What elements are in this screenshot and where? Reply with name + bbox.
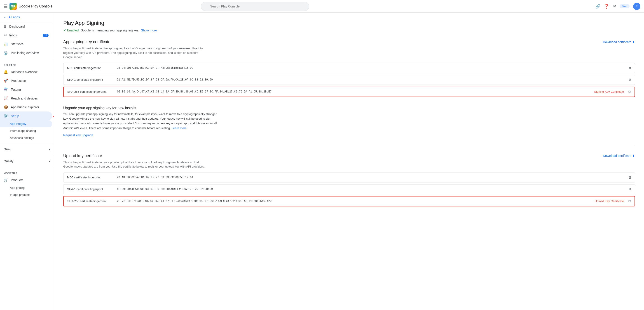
enabled-badge: ✓ Enabled: [63, 28, 78, 32]
signing-sha256-row: SHA-256 certificate fingerprint 02:B0:16…: [63, 87, 635, 97]
sidebar-item-testing[interactable]: ⚗️ Testing: [0, 85, 54, 94]
signing-md5-copy-icon[interactable]: ⧉: [629, 66, 631, 70]
upload-sha256-value: 2F:7B:93:27:93:E7:82:48:AD:64:57:EE:D4:0…: [117, 200, 595, 203]
download-upload-cert-button[interactable]: Download certificate ⬇: [603, 154, 635, 158]
check-icon: ✓: [63, 28, 66, 32]
sidebar-label-dashboard: Dashboard: [9, 25, 25, 28]
monetize-section-label: Monetize: [0, 169, 54, 175]
sidebar-label-testing: Testing: [11, 88, 21, 91]
production-icon: 🚀: [4, 79, 8, 83]
sidebar-item-production[interactable]: 🚀 Production: [0, 76, 52, 85]
reach-icon: 📈: [4, 96, 8, 100]
sidebar-item-statistics[interactable]: 📊 Statistics: [0, 40, 52, 48]
sidebar-item-dashboard[interactable]: ⊞ Dashboard: [0, 22, 52, 31]
upload-md5-value: 2B:AD:88:02:A7:81:D9:E0:F7:C3:33:6C:60:5…: [117, 176, 627, 179]
signing-md5-row: MD5 certificate fingerprint 9B:E4:DD:73:…: [63, 63, 635, 73]
sidebar-label-releases: Releases overview: [11, 70, 38, 74]
publishing-icon: 📡: [4, 51, 8, 55]
upload-sha256-label: SHA-256 certificate fingerprint: [67, 199, 117, 203]
notification-icon[interactable]: ✉: [612, 4, 616, 9]
learn-more-link[interactable]: Learn more: [172, 126, 186, 130]
sidebar-label-bundle: App bundle explorer: [11, 105, 39, 109]
upload-key-cert-tag: Upload Key Certificate: [595, 199, 624, 203]
request-key-upgrade-button[interactable]: Request key upgrade: [63, 133, 93, 137]
sidebar-item-products[interactable]: 🛒 Products: [0, 175, 52, 184]
sidebar-item-publishing[interactable]: 📡 Publishing overview: [0, 48, 52, 57]
sidebar-label-statistics: Statistics: [11, 42, 24, 46]
release-section-label: Release: [0, 61, 54, 67]
upload-md5-row: MD5 certificate fingerprint 2B:AD:88:02:…: [63, 173, 635, 182]
signing-cert-title: App signing key certificate: [63, 40, 110, 44]
search-input[interactable]: [201, 2, 309, 11]
grow-label: Grow: [4, 147, 11, 151]
signing-sha256-label: SHA-256 certificate fingerprint: [67, 90, 117, 93]
upload-sha1-row: SHA-1 certificate fingerprint 4E:29:9D:4…: [63, 184, 635, 194]
download-signing-cert-button[interactable]: Download certificate ⬇: [603, 40, 635, 44]
upload-sha256-copy-icon[interactable]: ⧉: [628, 199, 631, 203]
upload-md5-copy-icon[interactable]: ⧉: [629, 175, 631, 180]
test-badge[interactable]: Test: [620, 4, 630, 8]
upload-md5-label: MD5 certificate fingerprint: [67, 176, 117, 179]
upgrade-description: You can upgrade your app signing key for…: [63, 112, 217, 131]
show-more-link[interactable]: Show more: [141, 29, 157, 32]
help-icon[interactable]: ❓: [604, 4, 609, 9]
signing-section-header: App signing key certificate Download cer…: [63, 40, 635, 44]
signing-sha1-copy-icon[interactable]: ⧉: [629, 78, 631, 82]
sidebar-item-grow[interactable]: Grow ▾: [0, 145, 54, 153]
download-icon: ⬇: [632, 40, 635, 44]
signing-sha1-label: SHA-1 certificate fingerprint: [67, 78, 117, 81]
link-icon[interactable]: 🔗: [596, 4, 600, 9]
upload-sha256-row: SHA-256 certificate fingerprint 2F:7B:93…: [63, 196, 635, 206]
sidebar-item-bundle[interactable]: 📦 App bundle explorer: [0, 103, 52, 112]
sidebar-label-products: Products: [11, 178, 23, 182]
bundle-icon: 📦: [4, 105, 8, 109]
sidebar-label-publishing: Publishing overview: [11, 51, 39, 55]
signing-sha1-row: SHA-1 certificate fingerprint 51:A2:4E:7…: [63, 75, 635, 85]
sidebar-item-releases-overview[interactable]: 🔔 Releases overview: [0, 67, 52, 76]
brand-logo-image: GP: [10, 3, 17, 10]
inbox-icon: ✉: [4, 33, 6, 37]
sidebar-item-quality[interactable]: Quality ▾: [0, 157, 54, 165]
sidebar-sub-internal-sharing[interactable]: Internal app sharing: [0, 127, 52, 134]
signing-key-cert-tag: Signing Key Certificate: [594, 90, 624, 93]
sidebar-sub-advanced-settings[interactable]: Advanced settings: [0, 134, 52, 141]
dashboard-icon: ⊞: [4, 24, 6, 29]
upload-sha1-copy-icon[interactable]: ⧉: [629, 187, 631, 191]
topbar-right: 🔗 ❓ ✉ Test T: [596, 3, 640, 10]
sidebar-sub-inapp-products[interactable]: In-app products: [0, 191, 52, 198]
download-upload-cert-label: Download certificate: [603, 154, 631, 158]
app-signing-section: App signing key certificate Download cer…: [63, 40, 635, 97]
sidebar: ← All apps ⊞ Dashboard ✉ Inbox 11 📊 Stat…: [0, 13, 54, 310]
sidebar-sub-app-integrity[interactable]: App integrity: [0, 120, 52, 127]
download-upload-icon: ⬇: [632, 154, 635, 158]
page-title: Play App Signing: [63, 20, 635, 26]
sidebar-label-production: Production: [11, 79, 26, 83]
quality-label: Quality: [4, 159, 14, 163]
search-container: 🔍: [201, 2, 309, 11]
divider-3: [0, 155, 54, 155]
red-arrow-icon: ↗: [52, 113, 54, 119]
hamburger-icon[interactable]: ☰: [4, 4, 8, 9]
sidebar-item-reach[interactable]: 📈 Reach and devices: [0, 94, 54, 103]
all-apps-link[interactable]: ← All apps: [0, 13, 54, 22]
search-wrapper: 🔍: [201, 2, 309, 11]
content-area: Play App Signing ✓ Enabled Google is man…: [54, 13, 644, 310]
sidebar-item-inbox[interactable]: ✉ Inbox 11: [0, 31, 52, 40]
sidebar-sub-app-pricing[interactable]: App pricing: [0, 184, 52, 191]
signing-sha256-copy-icon[interactable]: ⧉: [628, 90, 631, 94]
upload-cert-section: Upload key certificate Download certific…: [63, 154, 635, 206]
upload-cert-description: This is the public certificate for your …: [63, 160, 208, 169]
all-apps-label: All apps: [8, 15, 20, 19]
topbar-left: ☰ GP Google Play Console: [4, 3, 58, 10]
upload-sha1-value: 4E:29:9D:4F:A5:3B:C4:4F:E0:6B:3B:A8:FF:1…: [117, 188, 627, 191]
divider-1: [0, 59, 54, 59]
sidebar-item-setup[interactable]: ⚙️ Setup ↗: [0, 112, 52, 120]
signing-sha1-value: 51:A2:4E:7D:55:DD:DA:8F:5B:DF:5A:F0:CA:2…: [117, 78, 627, 81]
quality-chevron-icon: ▾: [49, 159, 50, 163]
sidebar-label-setup: Setup: [11, 114, 19, 118]
signing-md5-value: 9B:E4:DD:73:53:5E:A8:9A:3F:A3:D5:15:B8:A…: [117, 67, 627, 70]
avatar[interactable]: T: [633, 3, 640, 10]
divider-2: [0, 143, 54, 143]
grow-chevron-icon: ▾: [49, 147, 50, 151]
inbox-badge: 11: [43, 34, 48, 37]
